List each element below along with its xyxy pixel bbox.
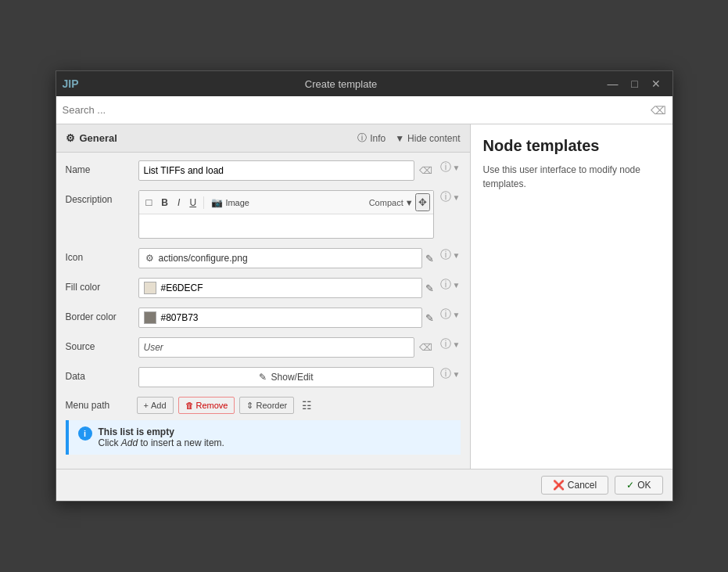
info-blue-icon: i	[78, 426, 92, 441]
cancel-button[interactable]: ❌ Cancel	[541, 476, 608, 495]
icon-label: Icon	[66, 248, 132, 263]
window-footer: ❌ Cancel ✓ OK	[56, 469, 672, 501]
search-clear-icon[interactable]: ⌫	[651, 104, 666, 117]
menu-path-remove-button[interactable]: 🗑 Remove	[178, 397, 235, 414]
node-templates-description: Use this user interface to modify node t…	[483, 163, 660, 191]
description-help-icon[interactable]: ⓘ	[440, 190, 451, 204]
hide-content-button[interactable]: ▼ Hide content	[395, 133, 460, 144]
icon-edit-button[interactable]: ✎	[425, 253, 434, 264]
source-help-chevron[interactable]: ▼	[453, 340, 461, 349]
border-color-value: #807B73	[161, 312, 199, 323]
source-control: ⌫	[138, 337, 434, 358]
add-label: Add	[151, 401, 167, 410]
border-color-help: ⓘ ▼	[440, 308, 461, 322]
menu-path-add-button[interactable]: + Add	[137, 397, 174, 414]
remove-label: Remove	[196, 401, 228, 410]
compact-label: Compact	[369, 198, 403, 207]
window-title: Create template	[305, 78, 378, 90]
name-help-icon[interactable]: ⓘ	[440, 160, 451, 174]
form-area: Name ⌫ ⓘ ▼ Description	[56, 153, 470, 469]
fill-color-edit-button[interactable]: ✎	[425, 282, 434, 294]
minimize-button[interactable]: ―	[603, 74, 622, 93]
maximize-button[interactable]: □	[625, 74, 644, 93]
border-color-row: Border color #807B73 ✎ ⓘ ▼	[66, 308, 461, 328]
source-clear-icon[interactable]: ⌫	[418, 340, 434, 354]
source-label: Source	[66, 337, 132, 352]
fill-color-help-icon[interactable]: ⓘ	[440, 278, 451, 292]
search-input[interactable]	[63, 104, 651, 116]
border-color-help-chevron[interactable]: ▼	[453, 311, 461, 319]
image-button[interactable]: 📷 Image	[207, 195, 253, 210]
fullscreen-button[interactable]: ✥	[415, 193, 430, 211]
trash-icon: 🗑	[185, 401, 194, 410]
menu-path-table-button[interactable]: ☷	[299, 398, 315, 413]
format-box-icon[interactable]: □	[142, 194, 156, 210]
border-color-control: #807B73 ✎	[138, 308, 434, 328]
section-header-left: ⚙ General	[66, 132, 117, 144]
icon-path-display: ⚙ actions/configure.png	[138, 248, 422, 268]
node-templates-title: Node templates	[483, 137, 660, 155]
pencil-icon: ✎	[259, 372, 267, 383]
ok-button[interactable]: ✓ OK	[615, 476, 662, 495]
menu-path-section: Menu path + Add 🗑 Remove ⇕ Reorder	[66, 397, 461, 455]
window-controls: ― □ ✕	[603, 74, 665, 93]
data-help-icon[interactable]: ⓘ	[440, 367, 451, 381]
section-title: General	[80, 132, 117, 144]
name-row: Name ⌫ ⓘ ▼	[66, 160, 461, 181]
icon-help-chevron[interactable]: ▼	[453, 251, 461, 260]
description-help-chevron[interactable]: ▼	[453, 193, 461, 202]
cancel-x-icon: ❌	[553, 480, 565, 491]
menu-path-label: Menu path	[66, 400, 132, 411]
name-label: Name	[66, 160, 132, 175]
data-row: Data ✎ Show/Edit ⓘ ▼	[66, 367, 461, 387]
italic-button[interactable]: I	[174, 195, 184, 210]
source-input[interactable]	[138, 337, 414, 358]
data-help: ⓘ ▼	[440, 367, 461, 381]
description-label: Description	[66, 190, 132, 205]
ok-label: OK	[637, 480, 651, 491]
name-help-chevron[interactable]: ▼	[453, 164, 461, 172]
plus-icon: +	[144, 401, 149, 410]
hide-content-label: Hide content	[407, 133, 460, 144]
icon-help-icon[interactable]: ⓘ	[440, 248, 451, 262]
description-help: ⓘ ▼	[440, 190, 461, 204]
source-row: Source ⌫ ⓘ ▼	[66, 337, 461, 358]
underline-button[interactable]: U	[185, 195, 200, 210]
name-clear-icon[interactable]: ⌫	[418, 164, 434, 178]
menu-path-header: Menu path + Add 🗑 Remove ⇕ Reorder	[66, 397, 461, 414]
source-help-icon[interactable]: ⓘ	[440, 337, 451, 351]
left-panel: ⚙ General ⓘ Info ▼ Hide content	[56, 124, 471, 469]
description-editor-container: □ B I U 📷 Image Compact	[138, 190, 434, 239]
data-show-edit-button[interactable]: ✎ Show/Edit	[138, 367, 434, 387]
fill-color-help: ⓘ ▼	[440, 278, 461, 292]
compact-selector[interactable]: Compact ▼	[369, 198, 414, 207]
fill-color-help-chevron[interactable]: ▼	[453, 281, 461, 290]
border-color-help-icon[interactable]: ⓘ	[440, 308, 451, 322]
border-color-display: #807B73	[138, 308, 422, 328]
fill-color-swatch	[144, 282, 156, 294]
source-help: ⓘ ▼	[440, 337, 461, 351]
menu-path-reorder-button[interactable]: ⇕ Reorder	[239, 397, 294, 414]
fill-color-control: #E6DECF ✎	[138, 278, 434, 298]
description-editor[interactable]	[139, 214, 433, 238]
data-btn-label: Show/Edit	[271, 372, 314, 383]
name-input[interactable]	[138, 160, 414, 181]
icon-gear-icon: ⚙	[145, 253, 154, 264]
chevron-down-icon: ▼	[395, 133, 404, 144]
bold-button[interactable]: B	[157, 195, 172, 210]
name-help: ⓘ ▼	[440, 160, 461, 174]
close-button[interactable]: ✕	[647, 74, 665, 93]
data-help-chevron[interactable]: ▼	[453, 370, 461, 379]
search-bar: ⌫	[56, 96, 672, 124]
toolbar-separator	[203, 196, 204, 209]
empty-list-title: This list is empty	[99, 426, 174, 437]
icon-path-text: actions/configure.png	[159, 253, 248, 264]
empty-list-notice: i This list is empty Click Add to insert…	[66, 420, 461, 455]
name-control: ⌫	[138, 160, 434, 181]
border-color-edit-button[interactable]: ✎	[425, 312, 434, 324]
border-color-swatch	[144, 311, 156, 324]
description-toolbar: □ B I U 📷 Image Compact	[139, 191, 433, 214]
image-label: Image	[225, 198, 249, 207]
info-button[interactable]: ⓘ Info	[357, 131, 386, 145]
info-circle-icon: ⓘ	[357, 131, 367, 145]
